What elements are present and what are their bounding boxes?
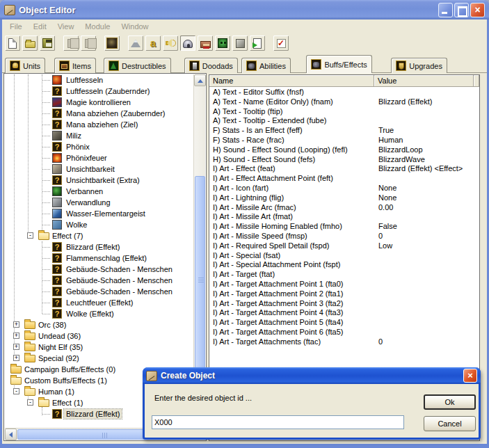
tree-item[interactable]: Wasser-Elementargeist: [5, 208, 194, 219]
tab-upgrades[interactable]: Upgrades: [391, 58, 447, 73]
menu-edit[interactable]: Edit: [29, 21, 51, 32]
field-row[interactable]: I) Art - Target Attachment Point 6 (fta5…: [209, 328, 479, 337]
field-row[interactable]: F) Stats - Is an Effect (feff)True: [209, 126, 479, 136]
tree-item[interactable]: ?Leuchtfeuer (Effekt): [5, 297, 194, 308]
tree-item[interactable]: Luftfesseln: [5, 74, 194, 86]
scroll-up-button[interactable]: [194, 74, 206, 86]
tree-item[interactable]: ?Gebäude-Schaden - Menschen: [5, 275, 194, 286]
column-header-name[interactable]: Name: [209, 75, 374, 87]
maximize-button[interactable]: [454, 3, 469, 17]
collapse-minus-icon[interactable]: -: [13, 388, 19, 394]
field-row[interactable]: I) Art - Target Attachment Point 2 (fta1…: [209, 289, 479, 299]
field-row[interactable]: I) Art - Missile Art (fmat): [209, 212, 479, 222]
tab-buffs-effects[interactable]: Buffs/Effects: [306, 55, 371, 73]
minimize-button[interactable]: [438, 3, 453, 17]
tree-item[interactable]: Wolke: [5, 219, 194, 230]
vertical-scroll-thumb[interactable]: [195, 176, 205, 385]
field-row[interactable]: I) Art - Target Attachment Point 5 (fta4…: [209, 318, 479, 328]
field-row[interactable]: I) Art - Special (fsat): [209, 251, 479, 261]
new-document-button[interactable]: [4, 35, 21, 51]
new-custom-object-button[interactable]: [104, 35, 120, 51]
tree-item[interactable]: Unsichtbarkeit: [5, 163, 194, 175]
field-row[interactable]: I) Art - Missile Homing Enabled (fmho)Fa…: [209, 222, 479, 232]
tree-item[interactable]: -Effect (7): [5, 230, 194, 241]
sound-editor-button[interactable]: [162, 35, 179, 51]
field-row[interactable]: I) Art - Effect Attachment Point (feft): [209, 174, 479, 184]
field-row[interactable]: A) Text - Tooltip - Extended (fube): [209, 116, 479, 126]
cancel-button[interactable]: Cancel: [424, 416, 476, 431]
window-titlebar[interactable]: Object Editor ×: [0, 0, 489, 19]
ok-button[interactable]: Ok: [424, 394, 476, 410]
import-manager-button[interactable]: [249, 35, 266, 51]
tree-item[interactable]: +Undead (36): [5, 330, 194, 342]
menu-file[interactable]: File: [6, 21, 26, 32]
tab-destructibles[interactable]: Destructibles: [104, 58, 171, 73]
collapse-minus-icon[interactable]: -: [27, 399, 33, 406]
save-map-button[interactable]: [39, 35, 56, 51]
tree-item[interactable]: Verbannen: [5, 186, 194, 197]
field-row[interactable]: I) Art - Effect (feat)Blizzard (Effekt) …: [209, 164, 479, 174]
column-header-value[interactable]: Value: [374, 75, 474, 87]
tab-units[interactable]: Units: [5, 58, 45, 73]
field-row[interactable]: F) Stats - Race (frac)Human: [209, 136, 479, 145]
tree-item[interactable]: Miliz: [5, 130, 194, 141]
tree-item[interactable]: ?Mana abziehen (Ziel): [5, 119, 194, 130]
field-row[interactable]: A) Text - Tooltip (ftip): [209, 107, 479, 117]
field-row[interactable]: A) Text - Editor Suffix (fnsf): [209, 88, 479, 97]
close-button[interactable]: ×: [470, 3, 485, 17]
collapse-minus-icon[interactable]: -: [27, 232, 33, 239]
field-row[interactable]: I) Art - Required Spell Detail (fspd)Low: [209, 241, 479, 251]
field-row[interactable]: I) Art - Icon (fart)None: [209, 184, 479, 193]
object-editor-button[interactable]: [179, 35, 196, 51]
field-row[interactable]: H) Sound - Effect Sound (fefs)BlizzardWa…: [209, 155, 479, 165]
expand-plus-icon[interactable]: +: [13, 344, 19, 350]
tab-items[interactable]: Items: [54, 58, 96, 73]
tree-item[interactable]: ?Gebäude-Schaden - Menschen: [5, 264, 194, 275]
tree-item[interactable]: Phönixfeuer: [5, 152, 194, 163]
object-editor-window: Object Editor × FileEditViewModuleWindow…: [0, 0, 489, 448]
scroll-left-button[interactable]: [5, 429, 17, 440]
field-row[interactable]: I) Art - Target Attachment Point 1 (fta0…: [209, 280, 479, 289]
tree-item[interactable]: +Orc (38): [5, 319, 194, 330]
tab-doodads[interactable]: Doodads: [184, 58, 238, 73]
tree-item[interactable]: ?Mana abziehen (Zaubernder): [5, 108, 194, 119]
field-row[interactable]: I) Art - Special Attachment Point (fspt): [209, 260, 479, 270]
test-map-button[interactable]: ✓: [273, 35, 289, 51]
dialog-titlebar[interactable]: Create Object ×: [143, 367, 481, 384]
tree-item[interactable]: ?Flammenschlag (Effekt): [5, 253, 194, 264]
field-row[interactable]: I) Art - Target Attachments (ftac)0: [209, 337, 479, 347]
menu-window[interactable]: Window: [117, 21, 152, 32]
field-row[interactable]: I) Art - Target (ftat): [209, 270, 479, 280]
expand-plus-icon[interactable]: +: [13, 321, 19, 328]
tree-item[interactable]: ?Wolke (Effekt): [5, 308, 194, 319]
dialog-close-button[interactable]: ×: [463, 369, 477, 383]
tree-item[interactable]: +Special (92): [5, 353, 194, 364]
menu-module[interactable]: Module: [81, 21, 114, 32]
expand-plus-icon[interactable]: +: [13, 355, 19, 361]
menu-view[interactable]: View: [54, 21, 79, 32]
trigger-editor-button[interactable]: a: [145, 35, 161, 51]
object-id-input[interactable]: [152, 415, 404, 429]
terrain-editor-button[interactable]: [127, 35, 144, 51]
tree-item[interactable]: ?Blizzard (Effekt): [5, 241, 194, 253]
expand-plus-icon[interactable]: +: [13, 333, 19, 339]
tab-abilities[interactable]: Abilities: [241, 58, 291, 73]
field-row[interactable]: I) Art - Missile Speed (fmsp)0: [209, 232, 479, 241]
open-map-button[interactable]: [22, 35, 38, 51]
field-row[interactable]: I) Art - Target Attachment Point 4 (fta3…: [209, 308, 479, 318]
ai-editor-button[interactable]: [214, 35, 231, 51]
tree-item[interactable]: ?Luftfesseln (Zaubernder): [5, 86, 194, 97]
field-row[interactable]: I) Art - Lightning (flig)None: [209, 193, 479, 203]
tree-item[interactable]: ?Unsichtbarkeit (Extra): [5, 175, 194, 186]
tree-item[interactable]: ?Phönix: [5, 141, 194, 152]
tree-item[interactable]: Verwandlung: [5, 197, 194, 208]
tree-item[interactable]: +Night Elf (35): [5, 342, 194, 353]
field-row[interactable]: I) Art - Missile Arc (fmac)0.00: [209, 203, 479, 213]
field-row[interactable]: H) Sound - Effect Sound (Looping) (fefl)…: [209, 145, 479, 155]
tree-item[interactable]: Magie kontrollieren: [5, 97, 194, 108]
field-row[interactable]: A) Text - Name (Editor Only) (fnam)Blizz…: [209, 97, 479, 107]
campaign-editor-button[interactable]: [197, 35, 214, 51]
tree-item[interactable]: ?Gebäude-Schaden - Menschen: [5, 286, 194, 297]
field-row[interactable]: I) Art - Target Attachment Point 3 (fta2…: [209, 299, 479, 309]
object-manager-button[interactable]: [232, 35, 248, 51]
